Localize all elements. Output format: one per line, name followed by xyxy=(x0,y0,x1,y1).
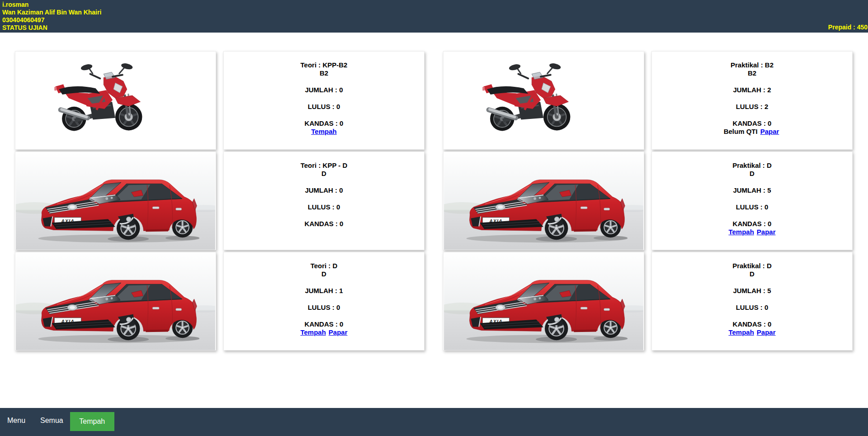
jumlah-stat: JUMLAH : 0 xyxy=(224,186,424,194)
papar-link[interactable]: Papar xyxy=(329,328,348,336)
card-title: Praktikal : D xyxy=(652,161,852,170)
card-code: D xyxy=(652,270,852,278)
car-image xyxy=(443,252,644,350)
kandas-stat: KANDAS : 0 xyxy=(652,220,852,228)
car-image xyxy=(15,252,216,350)
teori-kpp-d-pair: Teori : KPP - D D JUMLAH : 0 LULUS : 0 K… xyxy=(15,152,425,250)
card-title: Praktikal : D xyxy=(652,262,852,270)
grid-row-1: Teori : KPP-B2 B2 JUMLAH : 0 LULUS : 0 K… xyxy=(15,51,853,150)
tempah-button[interactable]: Tempah xyxy=(70,412,114,431)
card-code: B2 xyxy=(652,69,852,77)
jumlah-stat: JUMLAH : 0 xyxy=(224,86,424,94)
test-status-card: Teori : D D JUMLAH : 1 LULUS : 0 KANDAS … xyxy=(223,252,425,351)
kandas-stat: KANDAS : 0 xyxy=(224,320,424,328)
test-status-card: Praktikal : D D JUMLAH : 5 LULUS : 0 KAN… xyxy=(651,152,853,250)
car-image xyxy=(15,152,216,250)
kandas-stat: KANDAS : 0 xyxy=(224,119,424,128)
card-actions: Belum QTIPapar xyxy=(652,128,852,136)
jumlah-stat: JUMLAH : 2 xyxy=(652,86,852,94)
lulus-stat: LULUS : 0 xyxy=(224,103,424,111)
vehicle-image-card xyxy=(443,51,644,150)
papar-link[interactable]: Papar xyxy=(760,128,779,135)
bottom-toolbar: Menu Semua Tempah xyxy=(0,408,868,436)
card-actions: Tempah xyxy=(224,128,424,136)
status-grid: Teori : KPP-B2 B2 JUMLAH : 0 LULUS : 0 K… xyxy=(0,33,868,351)
vehicle-image-card xyxy=(443,152,644,250)
username: i.rosman xyxy=(2,1,868,9)
vehicle-image-card xyxy=(15,152,216,250)
semua-link[interactable]: Semua xyxy=(40,416,63,425)
card-title: Teori : KPP-B2 xyxy=(224,61,424,69)
praktikal-b2-pair: Praktikal : B2 B2 JUMLAH : 2 LULUS : 2 K… xyxy=(443,51,853,150)
card-code: D xyxy=(652,170,852,178)
kandas-stat: KANDAS : 0 xyxy=(652,320,852,328)
ic-number: 030404060497 xyxy=(2,16,868,24)
motorcycle-image xyxy=(443,52,644,149)
card-title: Teori : D xyxy=(224,262,424,270)
card-actions: TempahPapar xyxy=(652,328,852,336)
teori-d-pair: Teori : D D JUMLAH : 1 LULUS : 0 KANDAS … xyxy=(15,252,425,351)
lulus-stat: LULUS : 0 xyxy=(224,303,424,312)
praktikal-d-pair: Praktikal : D D JUMLAH : 5 LULUS : 0 KAN… xyxy=(443,152,853,250)
card-actions: TempahPapar xyxy=(652,228,852,236)
tempah-link[interactable]: Tempah xyxy=(728,228,754,236)
page-title: STATUS UJIAN xyxy=(2,24,868,32)
card-title: Praktikal : B2 xyxy=(652,61,852,69)
card-code: D xyxy=(224,270,424,278)
praktikal-d-pair-2: Praktikal : D D JUMLAH : 5 LULUS : 0 KAN… xyxy=(443,252,853,351)
grid-row-3: Teori : D D JUMLAH : 1 LULUS : 0 KANDAS … xyxy=(15,252,853,351)
jumlah-stat: JUMLAH : 5 xyxy=(652,186,852,194)
tempah-link[interactable]: Tempah xyxy=(728,328,754,336)
menu-link[interactable]: Menu xyxy=(7,416,25,425)
status-note: Belum QTI xyxy=(724,128,758,135)
papar-link[interactable]: Papar xyxy=(757,228,776,236)
test-status-card: Teori : KPP - D D JUMLAH : 0 LULUS : 0 K… xyxy=(223,152,425,250)
car-image xyxy=(443,152,644,250)
grid-row-2: Teori : KPP - D D JUMLAH : 0 LULUS : 0 K… xyxy=(15,152,853,250)
card-code: B2 xyxy=(224,69,424,77)
card-actions: TempahPapar xyxy=(224,328,424,336)
teori-b2-pair: Teori : KPP-B2 B2 JUMLAH : 0 LULUS : 0 K… xyxy=(15,51,425,150)
test-status-card: Praktikal : D D JUMLAH : 5 LULUS : 0 KAN… xyxy=(651,252,853,351)
jumlah-stat: JUMLAH : 1 xyxy=(224,287,424,295)
prepaid-balance: Prepaid : 450 xyxy=(828,24,868,31)
papar-link[interactable]: Papar xyxy=(757,328,776,336)
jumlah-stat: JUMLAH : 5 xyxy=(652,287,852,295)
vehicle-image-card xyxy=(15,252,216,351)
lulus-stat: LULUS : 0 xyxy=(652,303,852,312)
card-title: Teori : KPP - D xyxy=(224,161,424,170)
full-name: Wan Kaziman Alif Bin Wan Khairi xyxy=(2,9,868,16)
lulus-stat: LULUS : 0 xyxy=(224,203,424,211)
test-status-card: Praktikal : B2 B2 JUMLAH : 2 LULUS : 2 K… xyxy=(651,51,853,150)
tempah-link[interactable]: Tempah xyxy=(300,328,326,336)
motorcycle-image xyxy=(15,52,216,149)
card-code: D xyxy=(224,170,424,178)
tempah-link[interactable]: Tempah xyxy=(311,128,336,135)
kandas-stat: KANDAS : 0 xyxy=(224,220,424,228)
kandas-stat: KANDAS : 0 xyxy=(652,119,852,128)
lulus-stat: LULUS : 0 xyxy=(652,203,852,211)
top-header: i.rosman Wan Kaziman Alif Bin Wan Khairi… xyxy=(0,0,868,33)
lulus-stat: LULUS : 2 xyxy=(652,103,852,111)
vehicle-image-card xyxy=(15,51,216,150)
test-status-card: Teori : KPP-B2 B2 JUMLAH : 0 LULUS : 0 K… xyxy=(223,51,425,150)
vehicle-image-card xyxy=(443,252,644,351)
